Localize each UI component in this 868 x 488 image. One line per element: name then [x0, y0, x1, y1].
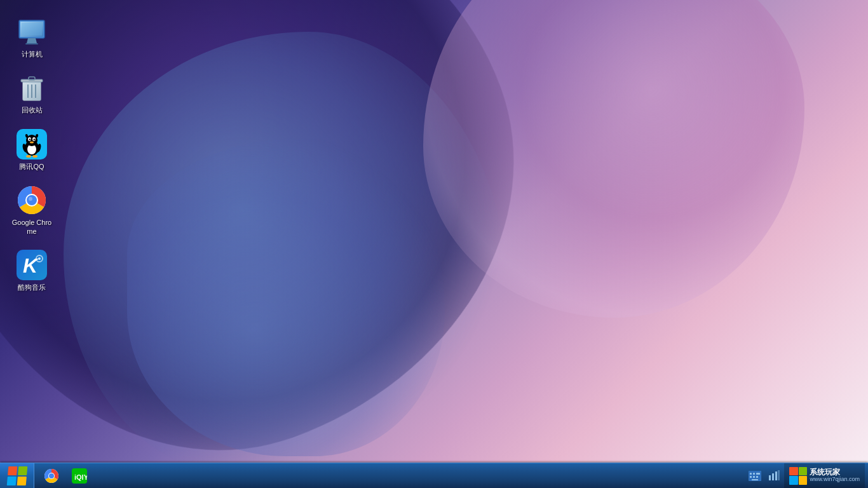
desktop-icon-recycle-bin[interactable]: 回收站 — [6, 69, 57, 118]
qq-icon — [17, 129, 47, 159]
svg-point-19 — [29, 139, 31, 140]
svg-rect-44 — [756, 473, 760, 475]
svg-point-20 — [34, 139, 36, 140]
desktop: 计算机 — [0, 0, 868, 488]
computer-icon-label: 计算机 — [22, 50, 43, 58]
desktop-icon-kuwo[interactable]: K 酷狗音乐 — [6, 246, 57, 295]
sys-brand-url: www.win7qjian.com — [810, 477, 860, 483]
system-tray: 系统玩家 www.win7qjian.com — [746, 463, 868, 489]
kuwo-icon-label: 酷狗音乐 — [18, 283, 46, 292]
desktop-icon-chrome[interactable]: Google Chrome — [6, 181, 57, 240]
kuwo-icon: K — [17, 250, 47, 280]
windows-logo-icon — [6, 466, 27, 485]
keyboard-indicator[interactable] — [746, 470, 764, 482]
svg-rect-46 — [753, 476, 755, 478]
svg-rect-45 — [750, 476, 752, 478]
svg-point-22 — [26, 155, 31, 158]
sys-brand-text: 系统玩家 www.win7qjian.com — [810, 468, 860, 483]
chrome-icon — [17, 185, 47, 215]
sys-brand: 系统玩家 www.win7qjian.com — [784, 463, 865, 489]
svg-rect-52 — [778, 470, 780, 480]
brand-windows-icon — [789, 467, 807, 485]
taskbar-apps: iQIY — [34, 463, 97, 489]
taskbar: iQIY — [0, 463, 868, 488]
svg-point-38 — [49, 473, 54, 478]
sys-brand-logo: 系统玩家 www.win7qjian.com — [789, 467, 860, 485]
chrome-icon-label: Google Chrome — [10, 218, 53, 236]
svg-rect-51 — [775, 471, 777, 480]
desktop-icon-computer[interactable]: 计算机 — [6, 13, 57, 62]
svg-point-23 — [32, 155, 37, 158]
svg-rect-48 — [752, 479, 758, 480]
svg-rect-4 — [25, 43, 38, 44]
svg-marker-3 — [27, 38, 37, 43]
svg-point-21 — [30, 141, 34, 143]
taskbar-app-iqiyi[interactable]: iQIY — [67, 464, 92, 487]
svg-point-35 — [38, 257, 41, 260]
start-button[interactable] — [0, 463, 34, 489]
svg-rect-42 — [750, 473, 752, 475]
svg-rect-47 — [756, 476, 758, 478]
svg-point-31 — [29, 197, 32, 201]
network-indicator[interactable] — [766, 469, 782, 483]
desktop-icon-qq[interactable]: 腾讯QQ — [6, 125, 57, 175]
svg-rect-5 — [22, 23, 42, 36]
desktop-icons: 计算机 — [0, 6, 64, 306]
computer-icon — [17, 17, 47, 47]
recycle-bin-icon — [17, 72, 47, 103]
recycle-bin-icon-label: 回收站 — [22, 105, 43, 114]
svg-rect-49 — [769, 475, 771, 480]
svg-rect-12 — [29, 77, 35, 80]
svg-rect-50 — [772, 473, 774, 480]
qq-icon-label: 腾讯QQ — [19, 162, 44, 171]
svg-text:iQIY: iQIY — [74, 473, 87, 481]
taskbar-app-chrome[interactable] — [39, 464, 64, 487]
svg-rect-43 — [753, 473, 755, 475]
